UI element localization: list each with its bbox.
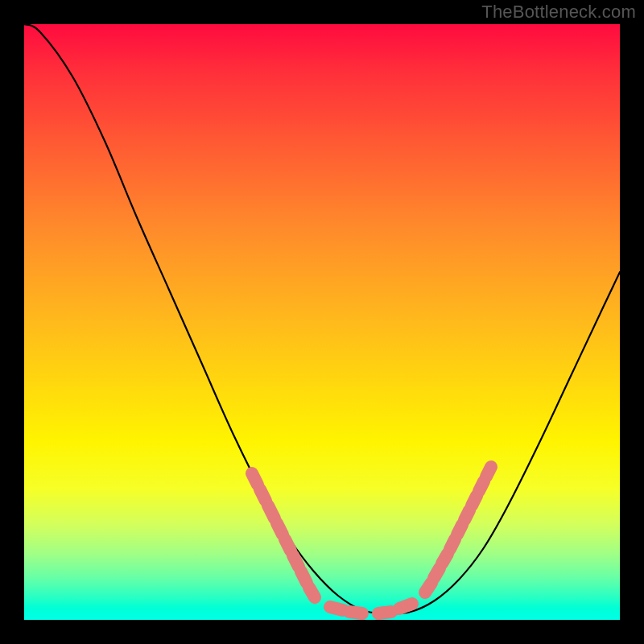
curve-marker	[309, 588, 315, 597]
curve-marker	[285, 539, 291, 551]
curve-marker	[378, 612, 391, 613]
curve-marker	[252, 473, 258, 485]
chart-frame: TheBottleneck.com	[0, 0, 644, 644]
curve-marker	[457, 525, 462, 535]
curve-marker	[425, 583, 431, 592]
curve-marker	[301, 572, 307, 583]
marker-group	[252, 467, 491, 613]
curve-marker	[268, 506, 275, 518]
curve-marker	[330, 607, 343, 610]
curve-marker	[277, 523, 283, 535]
curve-marker	[479, 481, 484, 491]
bottleneck-curve	[24, 24, 620, 613]
curve-svg	[24, 24, 620, 620]
curve-marker	[464, 510, 469, 520]
curve-marker	[450, 539, 455, 549]
curve-marker	[486, 467, 491, 477]
curve-marker	[260, 489, 266, 501]
curve-marker	[293, 555, 299, 567]
curve-marker	[442, 554, 448, 564]
watermark-text: TheBottleneck.com	[481, 2, 636, 23]
curve-marker	[472, 496, 477, 506]
plot-area	[24, 24, 620, 620]
curve-marker	[399, 604, 412, 609]
curve-marker	[434, 568, 440, 578]
curve-marker	[349, 612, 362, 613]
